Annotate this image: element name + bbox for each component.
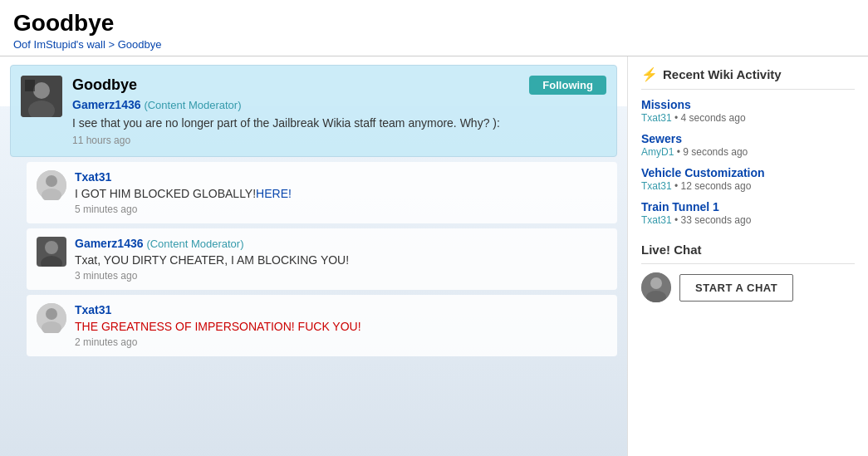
main-post-author-role: (Content Moderator) <box>144 99 241 111</box>
reply-body-0: Txat31 I GOT HIM BLOCKED GLOBALLY!HERE! … <box>75 170 607 215</box>
activity-meta-1: AmyD1 • 9 seconds ago <box>641 146 855 158</box>
activity-link-3[interactable]: Train Tunnel 1 <box>641 200 855 213</box>
reply-text-red-2: THE GREATNESS OF IMPERSONATION! FUCK YOU… <box>75 320 361 333</box>
activity-item-2: Vehicle Customization Txat31 • 12 second… <box>641 166 855 192</box>
reply-body-1: Gamerz1436 (Content Moderator) Txat, YOU… <box>75 237 607 282</box>
reply-avatar-2 <box>37 303 66 333</box>
reply-text-0: I GOT HIM BLOCKED GLOBALLY!HERE! <box>75 187 607 200</box>
svg-point-8 <box>45 241 58 254</box>
svg-rect-3 <box>25 80 35 91</box>
main-post-author[interactable]: Gamerz1436 <box>72 98 141 111</box>
reply-card-0: Txat31 I GOT HIM BLOCKED GLOBALLY!HERE! … <box>27 162 617 223</box>
live-chat-heading: Live! Chat <box>641 243 855 264</box>
svg-point-1 <box>33 82 50 99</box>
live-chat-label: Live! Chat <box>641 243 702 257</box>
activity-user-2: Txat31 <box>641 180 672 192</box>
activity-meta-2: Txat31 • 12 seconds ago <box>641 180 855 192</box>
main-post-author-line: Gamerz1436 (Content Moderator) <box>72 98 606 111</box>
reply-avatar-0 <box>37 170 66 200</box>
reply-inner-0: Txat31 I GOT HIM BLOCKED GLOBALLY!HERE! … <box>37 170 607 215</box>
page-header: Goodbye Oof ImStupid's wall > Goodbye <box>0 0 868 56</box>
activity-link-2[interactable]: Vehicle Customization <box>641 166 855 179</box>
reply-text-2: THE GREATNESS OF IMPERSONATION! FUCK YOU… <box>75 320 607 333</box>
live-chat-inner: START A CHAT <box>641 272 855 302</box>
reply-author-1[interactable]: Gamerz1436 <box>75 237 144 250</box>
reply-time-1: 3 minutes ago <box>75 270 607 282</box>
activity-time-0: • 4 seconds ago <box>674 112 746 124</box>
activity-time-1: • 9 seconds ago <box>677 146 748 158</box>
activity-meta-3: Txat31 • 33 seconds ago <box>641 214 855 226</box>
reply-text-1: Txat, YOU DIRTY CHEATER, I AM BLOCKING Y… <box>75 253 607 267</box>
main-post-inner: Goodbye Following Gamerz1436 (Content Mo… <box>21 76 606 146</box>
activity-user-3: Txat31 <box>641 214 672 226</box>
reply-time-2: 2 minutes ago <box>75 336 607 348</box>
page-title: Goodbye <box>13 10 855 37</box>
reply-card-1: Gamerz1436 (Content Moderator) Txat, YOU… <box>27 228 617 290</box>
recent-activity-section: ⚡ Recent Wiki Activity Missions Txat31 •… <box>641 66 855 226</box>
start-chat-button[interactable]: START A CHAT <box>679 274 793 302</box>
activity-link-0[interactable]: Missions <box>641 98 855 111</box>
main-post-avatar <box>21 76 62 117</box>
reply-text-normal-0: I GOT HIM BLOCKED GLOBALLY! <box>75 187 256 200</box>
main-content: Goodbye Following Gamerz1436 (Content Mo… <box>0 56 627 456</box>
page-wrapper: Goodbye Oof ImStupid's wall > Goodbye <box>0 0 868 456</box>
main-post-text: I see that you are no longer part of the… <box>72 116 606 130</box>
post-card-title: Goodbye <box>72 76 137 94</box>
post-header-row: Goodbye Following <box>72 76 606 95</box>
svg-point-14 <box>650 277 662 289</box>
reply-time-0: 5 minutes ago <box>75 203 607 215</box>
svg-point-11 <box>46 308 57 320</box>
reply-body-2: Txat31 THE GREATNESS OF IMPERSONATION! F… <box>75 303 607 348</box>
breadcrumb-separator: > <box>108 38 115 51</box>
reply-author-0[interactable]: Txat31 <box>75 170 111 184</box>
reply-avatar-1 <box>37 237 66 267</box>
activity-item-1: Sewers AmyD1 • 9 seconds ago <box>641 132 855 158</box>
sidebar: ⚡ Recent Wiki Activity Missions Txat31 •… <box>627 56 868 456</box>
breadcrumb: Oof ImStupid's wall > Goodbye <box>13 38 855 51</box>
main-post-card: Goodbye Following Gamerz1436 (Content Mo… <box>10 65 617 157</box>
activity-item-0: Missions Txat31 • 4 seconds ago <box>641 98 855 124</box>
activity-link-1[interactable]: Sewers <box>641 132 855 145</box>
reply-inner-1: Gamerz1436 (Content Moderator) Txat, YOU… <box>37 237 607 282</box>
following-button[interactable]: Following <box>529 76 606 95</box>
reply-text-link-0[interactable]: HERE! <box>256 187 292 200</box>
reply-role-1: (Content Moderator) <box>146 238 243 250</box>
activity-meta-0: Txat31 • 4 seconds ago <box>641 112 855 124</box>
live-chat-section: Live! Chat START A CHAT <box>641 243 855 302</box>
activity-user-0: Txat31 <box>641 112 672 124</box>
recent-activity-label: Recent Wiki Activity <box>663 67 782 81</box>
activity-time-2: • 12 seconds ago <box>674 180 751 192</box>
main-post-time: 11 hours ago <box>72 135 606 146</box>
activity-time-3: • 33 seconds ago <box>674 214 751 226</box>
content-area: Goodbye Following Gamerz1436 (Content Mo… <box>0 56 868 456</box>
recent-activity-heading: ⚡ Recent Wiki Activity <box>641 66 855 90</box>
chat-user-avatar <box>641 272 671 302</box>
reply-card-2: Txat31 THE GREATNESS OF IMPERSONATION! F… <box>27 295 617 356</box>
activity-icon: ⚡ <box>641 66 658 82</box>
breadcrumb-wall-link[interactable]: Oof ImStupid's wall <box>13 38 105 51</box>
breadcrumb-current: Goodbye <box>118 38 162 51</box>
activity-user-1: AmyD1 <box>641 146 674 158</box>
reply-inner-2: Txat31 THE GREATNESS OF IMPERSONATION! F… <box>37 303 607 348</box>
reply-author-2[interactable]: Txat31 <box>75 303 111 316</box>
svg-point-5 <box>46 175 57 187</box>
activity-item-3: Train Tunnel 1 Txat31 • 33 seconds ago <box>641 200 855 226</box>
main-post-body: Goodbye Following Gamerz1436 (Content Mo… <box>72 76 606 146</box>
